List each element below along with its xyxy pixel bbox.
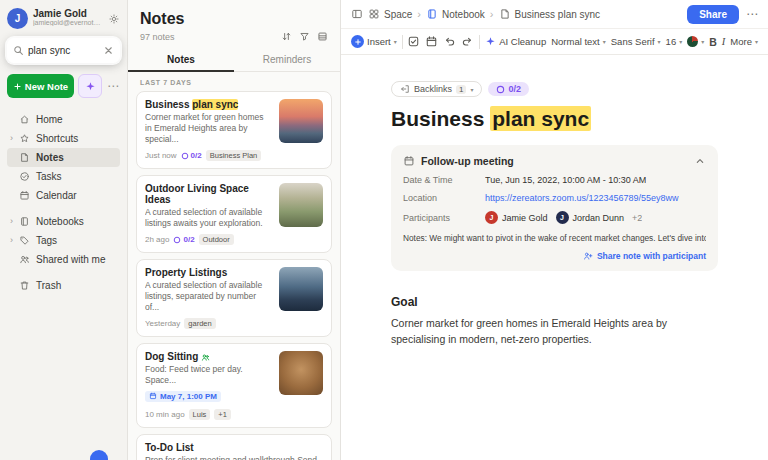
share-note-with-participant-link[interactable]: Share note with participant: [583, 251, 706, 261]
note-card-property-listings[interactable]: Property Listings A curated selection of…: [136, 259, 332, 337]
view-options-icon[interactable]: [317, 31, 328, 42]
sidebar-item-label: Tasks: [36, 171, 62, 182]
participant-name: Jordan Dunn: [573, 213, 625, 223]
reminder-chip[interactable]: May 7, 1:00 PM: [145, 391, 221, 402]
participants-extra-count[interactable]: +2: [632, 213, 642, 223]
tab-reminders[interactable]: Reminders: [234, 49, 340, 71]
goal-paragraph[interactable]: Corner market for green homes in Emerald…: [391, 316, 718, 348]
share-button[interactable]: Share: [687, 5, 739, 24]
meeting-location-link[interactable]: https://zereators.zoom.us/1223456789/55e…: [485, 193, 679, 203]
meeting-participants-row: Participants J Jamie Gold J Jordan Dunn …: [403, 211, 706, 224]
search-box[interactable]: [7, 38, 120, 63]
notes-list-panel: Notes 97 notes Notes Reminders LAST 7 DA…: [128, 0, 341, 460]
meeting-card-header[interactable]: Follow-up meeting: [403, 155, 706, 167]
sidebar-item-label: Trash: [36, 280, 61, 291]
sidebar-more-button[interactable]: ⋯: [106, 79, 120, 93]
chevron-right-icon[interactable]: ›: [10, 236, 19, 245]
participant-avatar: J: [485, 211, 498, 224]
tag-chip[interactable]: Outdoor: [199, 234, 234, 245]
chevron-down-icon: ▾: [603, 38, 606, 45]
italic-button[interactable]: I: [722, 36, 726, 47]
breadcrumb-note[interactable]: Business plan sync: [499, 8, 601, 20]
note-card-title: Dog Sitting: [145, 351, 272, 362]
person-plus-icon: [583, 251, 593, 261]
collapse-chevron-icon[interactable]: [694, 155, 706, 167]
sidebar-item-notebooks[interactable]: › Notebooks: [7, 212, 120, 231]
meeting-date-value: Tue, Jun 15, 2022, 10:00 AM - 10:30 AM: [485, 175, 646, 185]
note-card-title: To-Do List: [145, 442, 323, 453]
user-email: jamiegold@evernote.com: [33, 19, 103, 26]
sidebar-item-label: Calendar: [36, 190, 77, 201]
sidebar-item-label: Notes: [36, 152, 64, 163]
font-size-label: 16: [666, 36, 677, 47]
backlinks-pill[interactable]: Backlinks 1 ▾: [391, 81, 482, 97]
meeting-title: Follow-up meeting: [421, 155, 514, 167]
ai-assist-button[interactable]: [78, 74, 102, 98]
sidebar-item-tags[interactable]: › Tags: [7, 231, 120, 250]
chevron-right-icon[interactable]: ›: [10, 217, 19, 226]
undo-icon[interactable]: [443, 35, 456, 48]
search-highlight: plan sync: [490, 106, 591, 131]
sidebar-item-label: Tags: [36, 235, 57, 246]
tab-notes[interactable]: Notes: [128, 49, 234, 71]
tag-chip[interactable]: Business Plan: [206, 150, 262, 161]
new-note-label: New Note: [25, 81, 68, 92]
clear-search-icon[interactable]: [103, 45, 114, 56]
note-more-button[interactable]: ⋯: [746, 7, 758, 21]
breadcrumb-note-label: Business plan sync: [515, 9, 601, 20]
chevron-down-icon: ▾: [470, 86, 473, 93]
tasks-progress-pill[interactable]: 0/2: [488, 82, 529, 96]
note-card-snippet: A curated selection of available listing…: [145, 280, 272, 313]
sidebar-item-tasks[interactable]: Tasks: [7, 167, 120, 186]
search-highlight: plan sync: [192, 99, 238, 110]
note-card-to-do-list[interactable]: To-Do List Prep for client meeting and w…: [136, 434, 332, 460]
note-title[interactable]: Business plan sync: [391, 107, 718, 131]
note-card-dog-sitting[interactable]: Dog Sitting Food: Feed twice per day. Sp…: [136, 343, 332, 428]
settings-gear-icon[interactable]: [108, 13, 120, 25]
search-input[interactable]: [28, 45, 99, 56]
toolbar-divider: [479, 35, 480, 49]
shared-note-icon: [201, 353, 210, 362]
help-button[interactable]: [90, 450, 108, 460]
sidebar-item-shortcuts[interactable]: › Shortcuts: [7, 129, 120, 148]
breadcrumb-space[interactable]: Space: [368, 8, 412, 20]
tag-chip[interactable]: garden: [184, 318, 215, 329]
tag-chip[interactable]: Luis: [189, 409, 211, 420]
font-size-dropdown[interactable]: 16 ▾: [666, 36, 683, 47]
sidebar-item-notes[interactable]: Notes: [7, 148, 120, 167]
filter-icon[interactable]: [299, 31, 310, 42]
sidebar-item-shared-with-me[interactable]: Shared with me: [7, 250, 120, 269]
sidebar-item-calendar[interactable]: Calendar: [7, 186, 120, 205]
new-note-button[interactable]: New Note: [7, 74, 74, 98]
ai-cleanup-label: AI Cleanup: [499, 36, 546, 47]
editor-toolbar: Insert ▾ AI Cleanup Normal text ▾ Sans S…: [341, 28, 768, 55]
trash-icon: [19, 280, 30, 291]
insert-dropdown[interactable]: Insert ▾: [351, 35, 397, 48]
account-switcher[interactable]: J Jamie Gold jamiegold@evernote.com: [7, 8, 120, 29]
paragraph-style-label: Normal text: [551, 36, 600, 47]
sort-icon[interactable]: [281, 31, 292, 42]
redo-icon[interactable]: [461, 35, 474, 48]
space-icon: [368, 8, 380, 20]
panel-toggle-icon[interactable]: [351, 8, 363, 20]
star-icon: [19, 133, 30, 144]
note-card-meta: Yesterday garden: [145, 318, 272, 329]
ai-cleanup-button[interactable]: AI Cleanup: [485, 36, 546, 47]
insert-calendar-icon[interactable]: [425, 35, 438, 48]
more-formatting-dropdown[interactable]: More ▾: [730, 36, 758, 47]
font-family-dropdown[interactable]: Sans Serif ▾: [611, 36, 661, 47]
text-color-dropdown[interactable]: ▾: [687, 36, 704, 47]
chevron-right-icon[interactable]: ›: [10, 134, 19, 143]
paragraph-style-dropdown[interactable]: Normal text ▾: [551, 36, 606, 47]
breadcrumb-notebook[interactable]: Notebook: [426, 8, 485, 20]
insert-task-icon[interactable]: [407, 35, 420, 48]
sidebar-item-label: Home: [36, 114, 63, 125]
sidebar-item-home[interactable]: Home: [7, 110, 120, 129]
bold-button[interactable]: B: [709, 36, 717, 48]
tag-chip-more[interactable]: +1: [214, 409, 231, 420]
task-progress-text: 0/2: [191, 151, 202, 160]
note-card-business-plan-sync[interactable]: Business plan sync Corner market for gre…: [136, 91, 332, 169]
notes-count: 97 notes: [140, 32, 281, 42]
note-card-outdoor-living[interactable]: Outdoor Living Space Ideas A curated sel…: [136, 175, 332, 253]
sidebar-item-trash[interactable]: Trash: [7, 276, 120, 295]
